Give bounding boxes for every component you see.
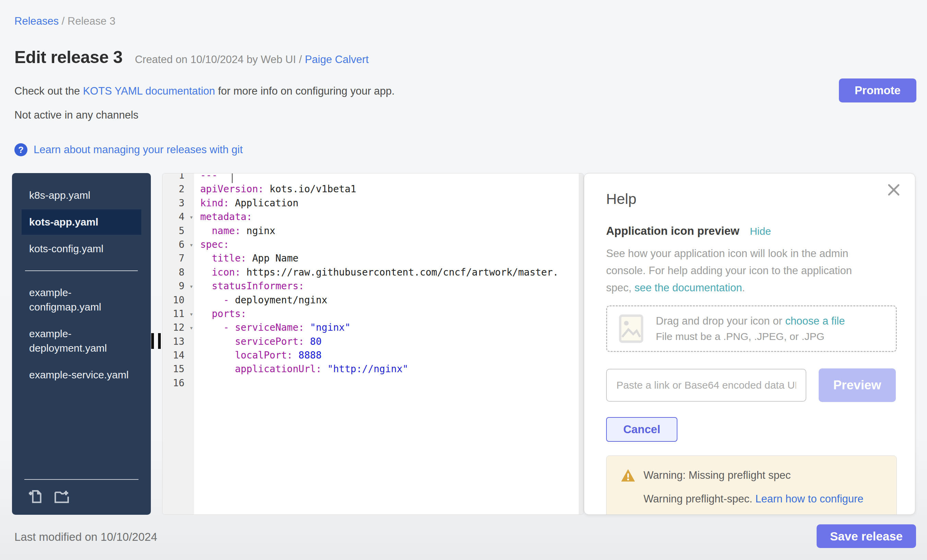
line-number: 14 xyxy=(163,349,194,362)
question-circle-icon: ? xyxy=(14,143,27,156)
code-lines: ---apiVersion: kots.io/v1beta1kind: Appl… xyxy=(194,173,584,390)
line-number: 16 xyxy=(163,376,194,390)
breadcrumb: Releases / Release 3 xyxy=(14,15,115,27)
panel-resize-handle-left[interactable] xyxy=(151,333,161,349)
code-line-5[interactable]: name: nginx xyxy=(194,224,584,238)
line-number: 8 xyxy=(163,266,194,279)
preview-button[interactable]: Preview xyxy=(819,369,896,402)
gutter-lines: 1234▾56▾789▾1011▾12▾13141516 xyxy=(163,173,194,390)
learn-git-link[interactable]: Learn about managing your releases with … xyxy=(33,144,243,156)
learn-row: ? Learn about managing your releases wit… xyxy=(14,143,243,156)
line-number: 15 xyxy=(163,362,194,376)
save-release-button[interactable]: Save release xyxy=(817,524,916,548)
code-line-1[interactable]: --- xyxy=(194,173,584,182)
line-number: 3 xyxy=(163,196,194,210)
cancel-button[interactable]: Cancel xyxy=(606,417,678,442)
breadcrumb-current: Release 3 xyxy=(68,15,115,27)
code-line-10[interactable]: - deployment/nginx xyxy=(194,293,584,307)
title-row: Edit release 3Created on 10/10/2024 by W… xyxy=(14,47,369,67)
help-paragraph: See how your application icon will look … xyxy=(606,245,877,296)
icon-preview-section: Application icon preview Hide xyxy=(606,225,896,238)
help-paragraph-suffix: . xyxy=(742,282,745,294)
dropzone-prefix: Drag and drop your icon or xyxy=(656,315,785,327)
yaml-editor[interactable]: 1234▾56▾789▾1011▾12▾13141516 ---apiVersi… xyxy=(162,173,584,515)
last-modified-text: Last modified on 10/10/2024 xyxy=(14,531,157,543)
file-item-kots-config.yaml[interactable]: kots-config.yaml xyxy=(21,236,141,261)
code-line-2[interactable]: apiVersion: kots.io/v1beta1 xyxy=(194,182,584,196)
kots-yaml-doc-link[interactable]: KOTS YAML documentation xyxy=(83,85,215,97)
created-text: Created on 10/10/2024 by Web UI / xyxy=(135,53,305,65)
close-icon[interactable] xyxy=(886,182,901,197)
file-item-example-configmap.yaml[interactable]: example-configmap.yaml xyxy=(21,280,141,320)
code-line-11[interactable]: ports: xyxy=(194,307,584,321)
line-number[interactable]: 12▾ xyxy=(163,321,194,334)
code-line-3[interactable]: kind: Application xyxy=(194,196,584,210)
file-list: k8s-app.yamlkots-app.yamlkots-config.yam… xyxy=(12,173,151,388)
created-by-link[interactable]: Paige Calvert xyxy=(305,53,369,65)
hide-link[interactable]: Hide xyxy=(750,226,771,237)
code-area[interactable]: ---apiVersion: kots.io/v1beta1kind: Appl… xyxy=(194,173,584,514)
line-number: 7 xyxy=(163,252,194,265)
code-line-6[interactable]: spec: xyxy=(194,238,584,252)
file-item-k8s-app.yaml[interactable]: k8s-app.yaml xyxy=(21,183,141,208)
icon-dropzone[interactable]: Drag and drop your icon or choose a file… xyxy=(606,305,897,352)
fold-arrow-icon[interactable]: ▾ xyxy=(190,307,193,321)
code-line-16[interactable] xyxy=(194,376,584,390)
doc-line: Check out the KOTS YAML documentation fo… xyxy=(14,85,395,97)
warning-title: Warning: Missing preflight spec xyxy=(643,469,791,481)
dropzone-text: Drag and drop your icon or choose a file… xyxy=(656,315,845,342)
editor-scrollbar[interactable] xyxy=(579,173,584,514)
add-folder-icon[interactable] xyxy=(53,488,70,505)
help-panel: Help Application icon preview Hide See h… xyxy=(584,173,915,515)
doc-line-suffix: for more info on configuring your app. xyxy=(215,85,395,97)
line-number: 2 xyxy=(163,182,194,196)
fold-arrow-icon[interactable]: ▾ xyxy=(190,321,193,334)
fold-arrow-icon[interactable]: ▾ xyxy=(190,210,193,224)
file-sidebar: k8s-app.yamlkots-app.yamlkots-config.yam… xyxy=(12,173,151,515)
line-number[interactable]: 9▾ xyxy=(163,279,194,293)
code-line-12[interactable]: - serviceName: "nginx" xyxy=(194,321,584,334)
line-number: 1 xyxy=(163,173,194,182)
icon-url-input[interactable] xyxy=(606,369,806,402)
editor-gutter: 1234▾56▾789▾1011▾12▾13141516 xyxy=(163,173,194,514)
code-line-7[interactable]: title: App Name xyxy=(194,252,584,265)
channel-status: Not active in any channels xyxy=(14,109,138,121)
choose-file-link[interactable]: choose a file xyxy=(785,315,845,327)
line-number: 13 xyxy=(163,335,194,349)
code-line-14[interactable]: localPort: 8888 xyxy=(194,349,584,362)
promote-button[interactable]: Promote xyxy=(839,79,916,102)
file-item-example-deployment.yaml[interactable]: example-deployment.yaml xyxy=(21,321,141,361)
fold-arrow-icon[interactable]: ▾ xyxy=(190,238,193,252)
sidebar-bottom-bar xyxy=(24,479,138,515)
code-line-4[interactable]: metadata: xyxy=(194,210,584,224)
code-line-15[interactable]: applicationUrl: "http://nginx" xyxy=(194,362,584,376)
line-number[interactable]: 11▾ xyxy=(163,307,194,321)
line-number[interactable]: 6▾ xyxy=(163,238,194,252)
add-file-icon[interactable] xyxy=(27,488,44,505)
line-number: 5 xyxy=(163,224,194,238)
see-documentation-link[interactable]: see the documentation xyxy=(635,282,742,294)
file-item-example-service.yaml[interactable]: example-service.yaml xyxy=(21,362,141,388)
warning-configure-link[interactable]: Learn how to configure xyxy=(755,493,863,505)
icon-link-row: Preview xyxy=(606,369,896,402)
warning-body: Warning preflight-spec. xyxy=(643,493,755,505)
warning-triangle-icon xyxy=(620,468,636,483)
fold-arrow-icon[interactable]: ▾ xyxy=(190,279,193,293)
image-placeholder-icon xyxy=(619,314,643,343)
section-title: Application icon preview xyxy=(606,225,740,237)
page-root: Releases / Release 3 Edit release 3Creat… xyxy=(0,0,927,560)
file-list-divider xyxy=(25,270,138,271)
code-line-9[interactable]: statusInformers: xyxy=(194,279,584,293)
text-cursor xyxy=(232,173,233,183)
page-title: Edit release 3 xyxy=(14,48,122,67)
preflight-warning-box: Warning: Missing preflight spec Warning … xyxy=(606,455,897,515)
help-title: Help xyxy=(606,191,896,207)
doc-line-prefix: Check out the xyxy=(14,85,83,97)
file-item-kots-app.yaml[interactable]: kots-app.yaml xyxy=(21,209,141,235)
code-line-13[interactable]: servicePort: 80 xyxy=(194,335,584,349)
line-number[interactable]: 4▾ xyxy=(163,210,194,224)
line-number: 10 xyxy=(163,293,194,307)
dropzone-hint: File must be a .PNG, .JPEG, or .JPG xyxy=(656,331,845,342)
breadcrumb-link-releases[interactable]: Releases xyxy=(14,15,59,27)
code-line-8[interactable]: icon: https://raw.githubusercontent.com/… xyxy=(194,266,584,279)
